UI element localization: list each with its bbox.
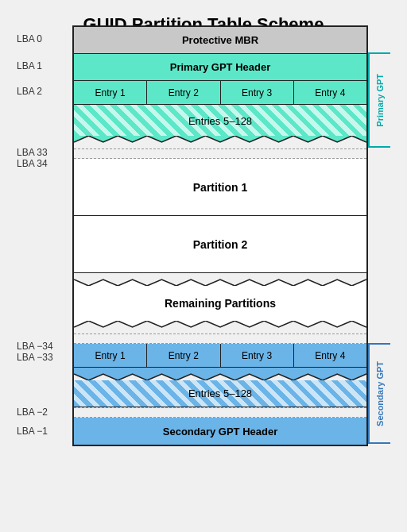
lba-spacer-1 (17, 103, 72, 147)
entries-row: Entry 1 Entry 2 Entry 3 Entry 4 (74, 81, 366, 105)
entry-3-cell: Entry 3 (221, 81, 294, 104)
sec-entry-1-cell: Entry 1 (74, 344, 147, 367)
primary-gpt-header-label: Primary GPT Header (170, 61, 270, 73)
lba-2-label: LBA 2 (17, 79, 72, 103)
svg-marker-0 (74, 136, 366, 142)
lba-34-label: LBA 34 (17, 158, 72, 169)
middle-spacer (368, 148, 390, 343)
entries-5-128-secondary-label: Entries 5–128 (188, 387, 252, 399)
svg-marker-2 (74, 321, 366, 327)
lba-spacer-5 (17, 363, 72, 407)
partition-1-row: Partition 1 (74, 159, 366, 216)
primary-gpt-header-row: Primary GPT Header (74, 54, 366, 81)
primary-gpt-side-spacer (368, 25, 390, 52)
lba-neg33-label: LBA −33 (17, 352, 72, 363)
lba-1-label: LBA 1 (17, 52, 72, 79)
lba33-line (74, 148, 366, 159)
lba-spacer-3 (17, 226, 72, 283)
lba-labels-panel: LBA 0 LBA 1 LBA 2 LBA 33 LBA 34 LBA −34 … (17, 25, 72, 445)
lba-neg2-line (74, 407, 366, 418)
lba-neg1-label: LBA −1 (17, 418, 72, 445)
lba-spacer-4 (17, 283, 72, 341)
side-labels-panel: Primary GPT Secondary GPT (368, 25, 390, 444)
svg-marker-1 (74, 279, 366, 286)
lba-33-label: LBA 33 (17, 147, 72, 158)
zigzag-primary-bottom (74, 136, 366, 148)
secondary-gpt-side-label: Secondary GPT (368, 343, 390, 444)
entry-2-cell: Entry 2 (147, 81, 220, 104)
zigzag-remaining-top (74, 273, 366, 286)
secondary-gpt-header-label: Secondary GPT Header (163, 426, 278, 438)
zigzag-sec-top (74, 368, 366, 380)
entries-5-128-primary: Entries 5–128 (74, 105, 366, 148)
remaining-partitions-row: Remaining Partitions (74, 273, 366, 333)
main-diagram: Protective MBR Primary GPT Header Entry … (72, 25, 368, 446)
lba-neg34-line (74, 333, 366, 344)
partition-1-label: Partition 1 (193, 181, 247, 194)
entries-secondary-row: Entry 1 Entry 2 Entry 3 Entry 4 (74, 344, 366, 368)
sec-entry-3-cell: Entry 3 (221, 344, 294, 367)
mbr-row: Protective MBR (74, 27, 366, 54)
secondary-gpt-label-text: Secondary GPT (375, 361, 385, 426)
entries-5-128-primary-label: Entries 5–128 (188, 115, 252, 127)
entry-1-cell: Entry 1 (74, 81, 147, 104)
zigzag-remaining-bottom (74, 321, 366, 333)
sec-entry-4-cell: Entry 4 (294, 344, 366, 367)
entry-4-cell: Entry 4 (294, 81, 366, 104)
partition-2-label: Partition 2 (193, 238, 247, 251)
partition-2-row: Partition 2 (74, 216, 366, 273)
primary-gpt-label-text: Primary GPT (375, 74, 385, 127)
lba-neg34-label: LBA −34 (17, 341, 72, 352)
entries-5-128-secondary: Entries 5–128 (74, 368, 366, 407)
primary-gpt-side-label: Primary GPT (368, 52, 390, 148)
secondary-gpt-header-row: Secondary GPT Header (74, 418, 366, 445)
lba-neg2-label: LBA −2 (17, 407, 72, 418)
sec-entry-2-cell: Entry 2 (147, 344, 220, 367)
mbr-label: Protective MBR (182, 34, 258, 46)
lba-0-label: LBA 0 (17, 25, 72, 52)
remaining-partitions-label: Remaining Partitions (165, 297, 276, 310)
lba-spacer-2 (17, 169, 72, 226)
